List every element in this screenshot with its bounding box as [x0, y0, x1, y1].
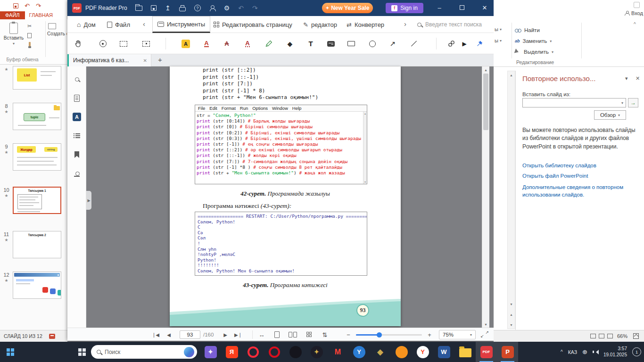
- taskbar-app-purple-messenger[interactable]: ✦: [200, 342, 221, 362]
- slide-thumbnails-pane[interactable]: ★ List 8 ★ tuple: [0, 65, 67, 330]
- undo-icon[interactable]: ↶: [25, 2, 30, 9]
- clock[interactable]: 3:57 19.01.2025: [603, 346, 627, 358]
- account-icon[interactable]: [209, 5, 215, 11]
- scroll-down-icon[interactable]: ▼: [508, 300, 515, 308]
- next-slide-button[interactable]: ▼: [508, 321, 515, 329]
- start-button[interactable]: [7, 348, 14, 356]
- paste-button[interactable]: Вставить ▾: [3, 22, 25, 58]
- document-tab[interactable]: Информатика 6 каз... ✕: [67, 54, 151, 66]
- new-year-sale-button[interactable]: ✦ New Year Sale: [322, 3, 373, 13]
- underline-tool[interactable]: A: [199, 33, 214, 54]
- panel-search[interactable]: [72, 74, 82, 84]
- shape-diamond-tool[interactable]: ◆: [283, 33, 297, 54]
- slide-11-thumbnail[interactable]: Тапсырма 2: [13, 231, 61, 258]
- panel-expand-handle[interactable]: ▶: [86, 191, 91, 210]
- sign-in-button[interactable]: f Sign in: [386, 3, 423, 13]
- ppt-scrollbar[interactable]: ▲ ▼ ▲ ▼: [507, 71, 515, 329]
- taskbar-app-pdf-reader[interactable]: PDF: [476, 342, 497, 362]
- new-tab-button[interactable]: +: [158, 56, 162, 64]
- hidden-icons-chevron[interactable]: ^: [561, 349, 563, 354]
- notification-badge[interactable]: 1: [632, 347, 641, 356]
- snapshot-tool[interactable]: [139, 33, 153, 54]
- vertical-scrollbar[interactable]: ▲ ▼: [482, 66, 489, 328]
- zoom-slider-knob[interactable]: [377, 332, 382, 337]
- fit-to-window-icon[interactable]: [633, 333, 639, 339]
- pin-tool[interactable]: [472, 33, 487, 54]
- ppt-tab-home[interactable]: ГЛАВНАЯ: [25, 11, 57, 19]
- slideshow-icon[interactable]: [607, 334, 613, 338]
- panel-signature[interactable]: [72, 170, 82, 179]
- nav-more-icon[interactable]: ›: [404, 20, 406, 28]
- comment-tool[interactable]: [324, 33, 338, 54]
- tab-editor[interactable]: ✎ редактор: [303, 16, 337, 33]
- scrollbar-thumb[interactable]: [483, 74, 488, 130]
- taskbar-app-dark-circle[interactable]: [285, 342, 306, 362]
- pane-options-caret-icon[interactable]: ▾: [625, 75, 628, 82]
- zoom-in-button[interactable]: +: [425, 328, 434, 341]
- taskbar-app-red-m[interactable]: М: [327, 342, 348, 362]
- taskbar-app-explorer[interactable]: [454, 342, 476, 362]
- search-highlight-image[interactable]: [184, 347, 194, 357]
- slide-7-thumbnail[interactable]: List: [13, 66, 61, 90]
- panel-annotations[interactable]: A: [72, 112, 82, 122]
- browse-button[interactable]: Обзор ▾: [594, 110, 626, 120]
- taskbar-search-input[interactable]: [105, 349, 180, 355]
- taskbar-app-powerpoint[interactable]: P: [497, 342, 518, 362]
- squiggly-tool[interactable]: A: [240, 33, 255, 54]
- taskbar-search[interactable]: [91, 345, 197, 359]
- line-tool[interactable]: [407, 33, 421, 54]
- language-indicator[interactable]: КАЗ: [568, 349, 577, 355]
- normal-view-icon[interactable]: [590, 334, 596, 338]
- help-icon[interactable]: ?: [194, 5, 201, 11]
- taskbar-app-blue-y[interactable]: Y: [348, 342, 370, 362]
- slide-10-thumbnail-selected[interactable]: Тапсырма 1: [13, 187, 61, 214]
- redo-icon[interactable]: ↷: [36, 2, 41, 9]
- tab-tools[interactable]: Инструменты: [152, 16, 210, 33]
- select-button[interactable]: Выделить ▾: [515, 47, 553, 57]
- scroll-down-icon[interactable]: ▼: [482, 321, 489, 328]
- next-page-button[interactable]: ▶: [221, 328, 230, 341]
- idle-menu-format[interactable]: Format: [222, 106, 236, 111]
- task-view-button[interactable]: [78, 348, 86, 356]
- arrow-tool[interactable]: ↗: [386, 33, 400, 54]
- panel-thumbnails[interactable]: [72, 93, 82, 103]
- search-input[interactable]: [425, 21, 491, 28]
- zoom-slider[interactable]: [356, 334, 422, 336]
- idle-menu-help[interactable]: Help: [292, 106, 302, 111]
- open-powerpoint-file-link[interactable]: Открыть файл PowerPoint: [522, 173, 638, 180]
- previous-slide-button[interactable]: ▲: [508, 311, 515, 318]
- pane-close-icon[interactable]: ✕: [636, 75, 640, 82]
- link-tool[interactable]: [444, 33, 458, 54]
- first-page-button[interactable]: ❘◀: [150, 328, 161, 341]
- insert-slide-combobox[interactable]: ▾: [522, 98, 626, 107]
- taskbar-app-orange-circle[interactable]: [391, 342, 412, 362]
- cut-icon[interactable]: ✂: [27, 23, 32, 29]
- taskbar-app-word[interactable]: W: [433, 342, 454, 362]
- idle-menu-run[interactable]: Run: [240, 106, 248, 111]
- panel-outline[interactable]: [72, 131, 82, 140]
- collapse-ribbon-icon[interactable]: ^: [634, 22, 636, 27]
- select-tool[interactable]: [116, 33, 131, 54]
- scroll-mode-button[interactable]: ⇅: [319, 328, 330, 341]
- open-file-icon[interactable]: [135, 6, 142, 11]
- highlight-tool[interactable]: A: [179, 33, 193, 54]
- replace-button[interactable]: ab Заменить ▾: [515, 36, 552, 46]
- hand-tool[interactable]: [71, 33, 85, 54]
- tab-home[interactable]: ⌂ Дом: [77, 16, 96, 33]
- ppt-sign-in[interactable]: Вход: [625, 10, 643, 16]
- format-painter-icon[interactable]: [29, 42, 31, 47]
- print-icon[interactable]: [179, 7, 186, 11]
- taskbar-app-ring-red[interactable]: [242, 342, 264, 362]
- idle-menu-file[interactable]: File: [198, 106, 205, 111]
- fit-width-button[interactable]: ↔: [256, 328, 267, 341]
- play-tool[interactable]: ▶: [457, 33, 471, 54]
- taskbar-app-yandex[interactable]: Y: [412, 342, 433, 362]
- idle-menu-edit[interactable]: Edit: [209, 106, 217, 111]
- idle-menu-options[interactable]: Options: [252, 106, 268, 111]
- save-icon[interactable]: [151, 5, 157, 11]
- open-slide-library-link[interactable]: Открыть библиотеку слайдов: [522, 162, 638, 170]
- ppt-zoom-value[interactable]: 66%: [617, 333, 627, 339]
- taskbar-app-red-ya[interactable]: Я: [221, 342, 242, 362]
- ribbon-options-icon[interactable]: [634, 2, 640, 8]
- tab-file[interactable]: Файл: [107, 16, 130, 33]
